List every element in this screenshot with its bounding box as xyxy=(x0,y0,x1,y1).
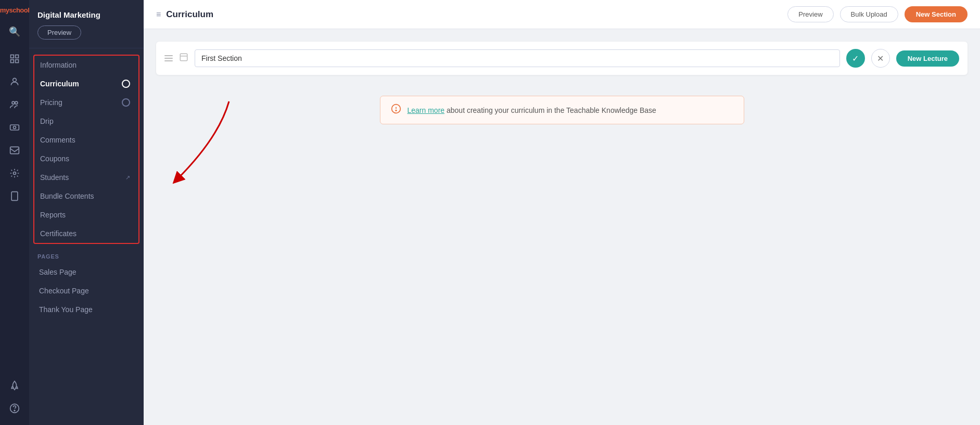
breadcrumb-icon: ≡ xyxy=(156,10,161,19)
svg-rect-9 xyxy=(10,147,19,153)
svg-point-6 xyxy=(15,101,18,104)
svg-point-4 xyxy=(13,78,17,82)
content-area: ✓ ✕ New Lecture Learn more about creatin… xyxy=(144,29,980,425)
nav-section-boxed: Information Curriculum Pricing Drip Comm… xyxy=(33,55,139,244)
confirm-button[interactable]: ✓ xyxy=(846,49,865,68)
icon-sidebar: myschool 🔍 xyxy=(0,0,29,425)
pricing-radio xyxy=(122,98,130,107)
sidebar-item-bundle-contents[interactable]: Bundle Contents xyxy=(34,187,138,205)
learn-more-link[interactable]: Learn more xyxy=(408,106,445,114)
logo-text: my xyxy=(0,6,9,14)
user-icon[interactable] xyxy=(4,71,25,92)
svg-point-19 xyxy=(396,110,397,111)
svg-rect-3 xyxy=(16,60,19,63)
new-lecture-button[interactable]: New Lecture xyxy=(896,50,959,67)
svg-rect-11 xyxy=(11,192,18,201)
mail-icon[interactable] xyxy=(4,140,25,161)
info-banner-text: Learn more about creating your curriculu… xyxy=(408,106,656,114)
sidebar-item-information[interactable]: Information xyxy=(34,56,138,74)
bulk-upload-button[interactable]: Bulk Upload xyxy=(840,6,898,22)
app-logo: myschool xyxy=(0,6,29,14)
nav-sidebar: Digital Marketing Preview Information Cu… xyxy=(29,0,144,425)
info-icon xyxy=(391,104,401,117)
help-icon[interactable] xyxy=(4,398,25,419)
svg-rect-1 xyxy=(16,55,19,58)
sidebar-item-certificates[interactable]: Certificates xyxy=(34,224,138,243)
tablet-icon[interactable] xyxy=(4,186,25,207)
external-link-icon: ↗ xyxy=(125,174,130,181)
sidebar-item-pricing[interactable]: Pricing xyxy=(34,93,138,112)
svg-rect-0 xyxy=(11,55,14,58)
group-icon[interactable] xyxy=(4,94,25,115)
preview-button[interactable]: Preview xyxy=(787,6,833,22)
section-editor: ✓ ✕ New Lecture xyxy=(156,42,968,75)
dollar-icon[interactable] xyxy=(4,117,25,138)
gear-icon[interactable] xyxy=(4,163,25,184)
cancel-button[interactable]: ✕ xyxy=(871,49,890,68)
pages-section-header: PAGES xyxy=(29,246,144,263)
home-icon[interactable] xyxy=(4,48,25,69)
section-name-input[interactable] xyxy=(195,49,840,67)
svg-rect-15 xyxy=(180,54,187,61)
sidebar-item-coupons[interactable]: Coupons xyxy=(34,149,138,168)
logo-accent: school xyxy=(9,6,29,14)
svg-point-5 xyxy=(12,101,15,104)
svg-point-14 xyxy=(14,410,15,411)
svg-rect-7 xyxy=(10,125,19,130)
top-bar-left: ≡ Curriculum xyxy=(156,9,213,20)
info-banner: Learn more about creating your curriculu… xyxy=(380,96,744,124)
search-icon[interactable]: 🔍 xyxy=(4,21,25,42)
sidebar-item-reports[interactable]: Reports xyxy=(34,205,138,224)
sidebar-item-curriculum[interactable]: Curriculum xyxy=(34,74,138,93)
sidebar-item-students[interactable]: Students ↗ xyxy=(34,168,138,187)
main-content: ≡ Curriculum Preview Bulk Upload New Sec… xyxy=(144,0,980,425)
sidebar-item-thank-you-page[interactable]: Thank You Page xyxy=(29,300,144,319)
top-bar-actions: Preview Bulk Upload New Section xyxy=(787,6,968,22)
curriculum-radio xyxy=(122,80,130,88)
sidebar-item-checkout-page[interactable]: Checkout Page xyxy=(29,281,144,300)
sidebar-item-drip[interactable]: Drip xyxy=(34,112,138,131)
top-bar: ≡ Curriculum Preview Bulk Upload New Sec… xyxy=(144,0,980,29)
nav-items: Information Curriculum Pricing Drip Comm… xyxy=(29,48,144,425)
section-icon xyxy=(179,53,188,65)
svg-rect-2 xyxy=(11,60,14,63)
svg-point-8 xyxy=(14,126,16,129)
new-section-button[interactable]: New Section xyxy=(905,6,968,22)
rocket-icon[interactable] xyxy=(4,375,25,396)
course-title: Digital Marketing xyxy=(37,10,135,19)
sidebar-item-comments[interactable]: Comments xyxy=(34,131,138,149)
page-title: Curriculum xyxy=(166,9,213,20)
svg-point-10 xyxy=(14,172,16,175)
drag-handle[interactable] xyxy=(164,55,173,61)
nav-sidebar-header: Digital Marketing Preview xyxy=(29,0,144,48)
sidebar-preview-button[interactable]: Preview xyxy=(37,25,81,40)
sidebar-item-sales-page[interactable]: Sales Page xyxy=(29,263,144,281)
